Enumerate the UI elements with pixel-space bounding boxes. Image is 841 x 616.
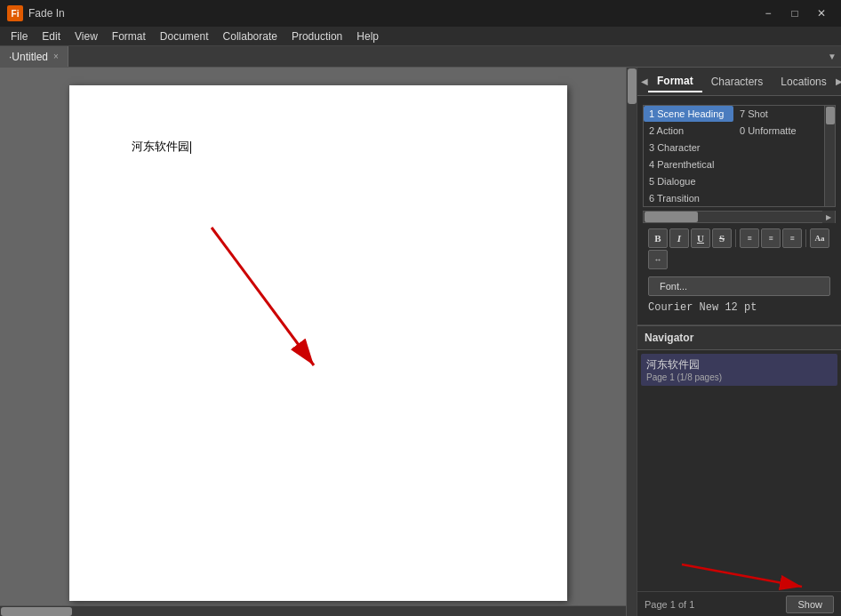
format-item-character[interactable]: 3 Character <box>644 140 733 156</box>
format-hscroll-thumb <box>645 212 698 222</box>
page-info: Page 1 of 1 <box>645 599 694 610</box>
svg-line-3 <box>682 564 802 587</box>
titlebar: Fi Fade In − □ ✕ <box>0 0 841 27</box>
format-panel: 1 Scene Heading 7 Shot 2 Action 0 Unform… <box>637 96 841 325</box>
format-item-transition[interactable]: 6 Transition <box>644 190 733 206</box>
format-scroll-thumb <box>826 107 835 124</box>
tab-format[interactable]: Format <box>648 71 702 92</box>
navigator-item[interactable]: 河东软件园 Page 1 (1/8 pages) <box>641 354 837 386</box>
tabbar-scroll[interactable]: ▼ <box>823 46 841 67</box>
format-scroll-container: 1 Scene Heading 7 Shot 2 Action 0 Unform… <box>643 105 836 207</box>
panel-right-arrow[interactable]: ▶ <box>836 75 841 89</box>
tab-untitled[interactable]: ·Untitled × <box>0 46 68 67</box>
format-item-unformatted[interactable]: 0 Unformatte <box>734 123 824 139</box>
page-container: 河东软件园 <box>0 68 637 616</box>
format-items: 1 Scene Heading 7 Shot 2 Action 0 Unform… <box>644 106 824 206</box>
page: 河东软件园 <box>69 85 567 601</box>
maximize-button[interactable]: □ <box>782 4 807 22</box>
tab-close-button[interactable]: × <box>53 52 59 61</box>
format-item-empty2 <box>734 156 824 172</box>
align-left-button[interactable]: ≡ <box>740 228 759 248</box>
tab-characters[interactable]: Characters <box>702 72 773 92</box>
tabbar: ·Untitled × ▼ <box>0 46 841 68</box>
format-item-empty3 <box>734 173 824 189</box>
align-center-button[interactable]: ≡ <box>761 228 781 248</box>
font-info: Courier New 12 pt <box>643 300 836 319</box>
titlebar-title: Fade In <box>28 7 65 20</box>
close-button[interactable]: ✕ <box>809 4 834 22</box>
menu-file[interactable]: File <box>4 28 35 44</box>
menu-collaborate[interactable]: Collaborate <box>216 28 284 44</box>
minimize-button[interactable]: − <box>756 4 781 22</box>
panel-tabs: ◀ Format Characters Locations ▶ <box>637 68 841 96</box>
editor-bottom-scrollbar[interactable] <box>0 605 626 616</box>
navigator-item-sub: Page 1 (1/8 pages) <box>646 372 832 382</box>
menu-format[interactable]: Format <box>105 28 153 44</box>
menu-production[interactable]: Production <box>284 28 349 44</box>
svg-line-1 <box>212 228 314 365</box>
scroll-right-btn[interactable]: ▶ <box>822 211 835 223</box>
editor-text: 河东软件园 <box>132 139 505 155</box>
annotation-arrow <box>140 192 336 399</box>
bottom-scrollbar-thumb <box>1 607 72 616</box>
main-layout: 河东软件园 <box>0 68 841 616</box>
toolbar-sep1 <box>735 229 736 247</box>
format-item-dialogue[interactable]: 5 Dialogue <box>644 173 733 189</box>
indent-button[interactable]: ↔ <box>648 250 668 269</box>
toolbar-sep2 <box>805 229 806 247</box>
menu-help[interactable]: Help <box>349 28 386 44</box>
titlebar-left: Fi Fade In <box>7 5 65 21</box>
scrollbar-thumb <box>628 68 637 104</box>
format-list: 1 Scene Heading 7 Shot 2 Action 0 Unform… <box>644 106 824 206</box>
font-button[interactable]: Font... <box>648 276 830 296</box>
right-panel: ◀ Format Characters Locations ▶ 1 Scene … <box>637 68 841 616</box>
navigator-item-title: 河东软件园 <box>646 357 832 372</box>
app-icon: Fi <box>7 5 23 21</box>
format-item-shot[interactable]: 7 Shot <box>734 106 824 122</box>
titlebar-controls: − □ ✕ <box>756 4 834 22</box>
format-item-empty4 <box>734 190 824 206</box>
strikethrough-button[interactable]: S <box>712 228 732 248</box>
format-toolbar: B I U S ≡ ≡ ≡ Aa ↔ <box>643 225 836 273</box>
format-item-scene-heading[interactable]: 1 Scene Heading <box>644 106 733 122</box>
navigator-header: Navigator <box>637 325 841 350</box>
editor-area[interactable]: 河东软件园 <box>0 68 637 616</box>
underline-button[interactable]: U <box>691 228 710 248</box>
right-annotation <box>637 538 841 591</box>
editor-content: 河东软件园 <box>132 140 189 154</box>
format-scroll-track[interactable] <box>824 106 835 206</box>
panel-left-arrow[interactable]: ◀ <box>641 75 648 89</box>
navigator-content: 河东软件园 Page 1 (1/8 pages) <box>637 350 841 538</box>
menubar: File Edit View Format Document Collabora… <box>0 27 841 46</box>
bold-button[interactable]: B <box>648 228 668 248</box>
format-item-empty1 <box>734 140 824 156</box>
editor-scrollbar[interactable] <box>626 68 637 616</box>
case-button[interactable]: Aa <box>810 228 829 248</box>
menu-edit[interactable]: Edit <box>35 28 68 44</box>
text-cursor <box>190 141 191 154</box>
format-item-parenthetical[interactable]: 4 Parenthetical <box>644 156 733 172</box>
italic-button[interactable]: I <box>669 228 689 248</box>
menu-view[interactable]: View <box>68 28 105 44</box>
format-hscroll[interactable]: ▶ <box>643 211 836 223</box>
align-right-button[interactable]: ≡ <box>782 228 802 248</box>
format-item-action[interactable]: 2 Action <box>644 123 733 139</box>
tab-locations[interactable]: Locations <box>772 72 835 92</box>
menu-document[interactable]: Document <box>153 28 216 44</box>
tab-label: ·Untitled <box>9 51 48 63</box>
